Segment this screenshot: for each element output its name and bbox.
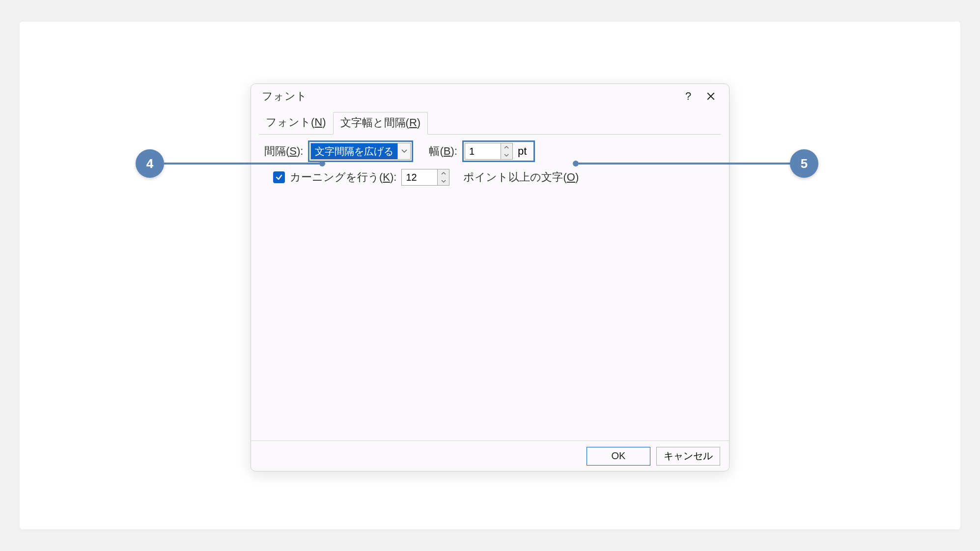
dialog-title: フォント — [262, 89, 677, 104]
help-button[interactable]: ? — [677, 86, 700, 106]
kerning-spinner-arrows[interactable] — [437, 169, 449, 185]
kerning-label: カーニングを行う(K): — [290, 170, 396, 185]
callout-5-dot — [573, 161, 579, 166]
tab-spacing[interactable]: 文字幅と間隔(R) — [333, 112, 428, 135]
dialog-body: 間隔(S): 文字間隔を広げる 幅(B): 1 — [259, 135, 721, 441]
chevron-up-icon — [441, 172, 446, 175]
tab-font[interactable]: フォント(N) — [259, 112, 333, 135]
kerning-spinner[interactable]: 12 — [401, 169, 449, 186]
width-highlight: 1 pt — [462, 140, 535, 162]
dialog-footer: OK キャンセル — [251, 441, 729, 471]
ok-button[interactable]: OK — [587, 447, 650, 466]
callout-4-dot — [319, 161, 325, 166]
chevron-up-icon — [504, 146, 509, 149]
chevron-down-icon — [504, 154, 509, 157]
callout-5: 5 — [790, 149, 818, 178]
spacing-highlight: 文字間隔を広げる — [308, 140, 413, 162]
spacing-label: 間隔(S): — [264, 144, 303, 159]
font-dialog: フォント ? フォント(N) 文字幅と間隔(R) 間隔(S): 文字間隔を広げる — [251, 83, 729, 471]
callout-4-line — [164, 163, 321, 165]
spacing-select-arrow[interactable] — [397, 143, 410, 159]
kerning-row: カーニングを行う(K): 12 ポイント以上の文字(O) — [264, 169, 716, 186]
chevron-down-icon — [401, 149, 407, 153]
close-icon — [706, 92, 715, 101]
callout-5-line — [577, 163, 791, 165]
kerning-checkbox[interactable] — [273, 171, 285, 183]
titlebar: フォント ? — [251, 84, 729, 109]
width-label: 幅(B): — [429, 144, 457, 159]
spacing-select[interactable]: 文字間隔を広げる — [310, 143, 411, 160]
kerning-spinner-value: 12 — [402, 169, 437, 185]
spacing-select-value: 文字間隔を広げる — [311, 143, 397, 159]
kerning-tail-label: ポイント以上の文字(O) — [463, 170, 579, 185]
width-spinner-value: 1 — [465, 143, 501, 159]
callout-4: 4 — [136, 149, 164, 178]
width-spinner[interactable]: 1 — [465, 143, 513, 160]
close-button[interactable] — [700, 86, 722, 106]
chevron-down-icon — [441, 180, 446, 183]
cancel-button[interactable]: キャンセル — [656, 447, 720, 466]
checkmark-icon — [275, 173, 283, 181]
spacing-row: 間隔(S): 文字間隔を広げる 幅(B): 1 — [264, 140, 716, 162]
width-spinner-arrows[interactable] — [501, 143, 512, 159]
tab-strip: フォント(N) 文字幅と間隔(R) — [251, 109, 729, 134]
width-unit: pt — [513, 145, 532, 158]
